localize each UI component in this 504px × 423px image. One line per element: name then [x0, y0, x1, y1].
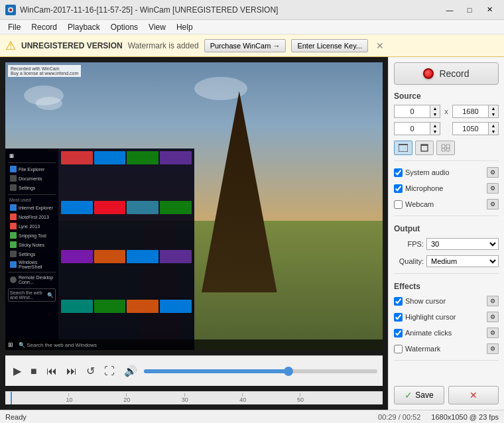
menu-record[interactable]: Record [26, 21, 62, 33]
show-cursor-row: Show cursor ⚙ [394, 296, 499, 306]
animate-clicks-label: Animate clicks [405, 329, 484, 337]
progress-fill [144, 369, 288, 373]
menu-options[interactable]: Options [105, 21, 143, 33]
save-cancel-row: ✓ Save ✕ [394, 383, 499, 404]
maximize-button[interactable]: □ [460, 3, 479, 17]
close-button[interactable]: ✕ [480, 3, 499, 17]
status-text: Ready [5, 413, 27, 421]
microphone-config-button[interactable]: ⚙ [487, 183, 499, 194]
system-audio-checkbox[interactable] [394, 168, 403, 177]
warning-bar: ⚠ UNREGISTERED VERSION Watermark is adde… [0, 34, 504, 57]
quality-select[interactable]: Medium Low High [426, 255, 499, 267]
width-up[interactable]: ▲ [489, 105, 498, 111]
start-tile-3 [160, 151, 192, 164]
width-input[interactable]: 1680 ▲ ▼ [452, 105, 499, 118]
fps-label: FPS: [394, 240, 424, 248]
highlight-cursor-checkbox[interactable] [394, 313, 403, 322]
webcam-checkbox[interactable] [394, 200, 403, 209]
start-tile-8 [61, 250, 93, 263]
window-title: WinCam-2017-11-16-[11-57-25] - WinCam [U… [20, 5, 440, 15]
fullscreen-source-icon[interactable] [394, 141, 412, 155]
watermark-row: Watermark ⚙ [394, 343, 499, 354]
show-cursor-checkbox[interactable] [394, 297, 403, 306]
save-button[interactable]: ✓ Save [394, 386, 444, 404]
height-input[interactable]: 1050 ▲ ▼ [452, 122, 499, 135]
highlight-cursor-row: Highlight cursor ⚙ [394, 312, 499, 322]
start-tile-13 [94, 300, 126, 313]
pos-x-down[interactable]: ▼ [430, 111, 440, 117]
purchase-button[interactable]: Purchase WinCam → [204, 39, 286, 52]
main-area: ⊞ File Explorer Documents Settings Most … [0, 57, 504, 410]
play-button[interactable]: ▶ [11, 363, 24, 379]
progress-bar[interactable] [144, 369, 377, 373]
menu-view[interactable]: View [143, 21, 171, 33]
record-button[interactable]: Record [394, 62, 499, 85]
system-audio-row: System audio ⚙ [394, 167, 499, 178]
record-label: Record [439, 68, 469, 79]
source-section-title: Source [394, 91, 499, 101]
menu-bar: File Record Playback Options View Help [0, 20, 504, 34]
svg-point-2 [9, 9, 12, 11]
microphone-checkbox[interactable] [394, 184, 403, 193]
start-tile-0 [61, 151, 93, 164]
menu-playback[interactable]: Playback [62, 21, 105, 33]
cancel-x-icon: ✕ [470, 390, 477, 400]
resolution-display: 1680x1050 @ 23 fps [431, 413, 499, 421]
volume-button[interactable]: 🔊 [121, 363, 140, 379]
watermark-label: Watermark [405, 345, 484, 353]
start-tile-7 [160, 201, 192, 214]
warning-icon: ⚠ [5, 38, 16, 53]
video-area: ⊞ File Explorer Documents Settings Most … [0, 57, 388, 410]
next-button[interactable]: ⏭ [64, 364, 80, 379]
stop-button[interactable]: ■ [28, 364, 40, 379]
microphone-row: Microphone ⚙ [394, 183, 499, 194]
record-dot-icon [423, 68, 434, 79]
show-cursor-config-button[interactable]: ⚙ [487, 296, 499, 306]
system-audio-config-button[interactable]: ⚙ [487, 167, 499, 178]
height-up[interactable]: ▲ [489, 123, 498, 129]
start-tiles [58, 149, 194, 350]
start-tile-9 [94, 250, 126, 263]
animate-clicks-config-button[interactable]: ⚙ [487, 328, 499, 338]
window-source-icon[interactable] [415, 141, 434, 155]
watermark-config-button[interactable]: ⚙ [487, 343, 499, 354]
height-down[interactable]: ▼ [489, 129, 498, 135]
pos-x-up[interactable]: ▲ [430, 105, 440, 111]
highlight-cursor-label: Highlight cursor [405, 313, 484, 321]
pos-y-down[interactable]: ▼ [430, 129, 440, 135]
width-down[interactable]: ▼ [489, 111, 498, 117]
progress-thumb[interactable] [284, 367, 293, 376]
fullscreen-button[interactable]: ⛶ [101, 364, 117, 379]
system-audio-label: System audio [405, 168, 484, 176]
prev-button[interactable]: ⏮ [44, 364, 60, 379]
app-icon [5, 5, 16, 15]
menu-help[interactable]: Help [171, 21, 198, 33]
animate-clicks-checkbox[interactable] [394, 329, 403, 337]
fps-row: FPS: 30 15 24 25 60 [394, 238, 499, 250]
region-source-icon[interactable] [436, 141, 455, 155]
video-watermark: Recorded with WinCam Buy a license at ww… [8, 65, 81, 77]
start-tile-6 [127, 201, 158, 214]
fake-taskbar: ⊞ 🔍 Search the web and Windows [5, 339, 383, 350]
pos-y-up[interactable]: ▲ [430, 123, 440, 129]
start-tile-15 [160, 300, 192, 313]
highlight-cursor-config-button[interactable]: ⚙ [487, 312, 499, 322]
watermark-checkbox[interactable] [394, 345, 403, 353]
pos-y-input[interactable]: 0 ▲ ▼ [394, 122, 440, 135]
start-tile-5 [94, 201, 126, 214]
license-button[interactable]: Enter License Key... [291, 39, 368, 52]
minimize-button[interactable]: — [440, 3, 459, 17]
fps-select[interactable]: 30 15 24 25 60 [426, 238, 499, 250]
quality-row: Quality: Medium Low High [394, 255, 499, 267]
start-tile-10 [127, 250, 158, 263]
replay-button[interactable]: ↺ [84, 363, 97, 379]
playhead[interactable] [11, 392, 12, 404]
warnbar-close-icon[interactable]: ✕ [373, 40, 387, 51]
webcam-config-button[interactable]: ⚙ [487, 199, 499, 210]
source-mode-icons [394, 141, 499, 155]
pos-x-input[interactable]: 0 ▲ ▼ [394, 105, 440, 118]
svg-rect-7 [442, 145, 445, 148]
cancel-button[interactable]: ✕ [448, 386, 499, 404]
menu-file[interactable]: File [3, 21, 26, 33]
right-panel: Record Source 0 ▲ ▼ x 1680 ▲ ▼ [388, 57, 504, 410]
